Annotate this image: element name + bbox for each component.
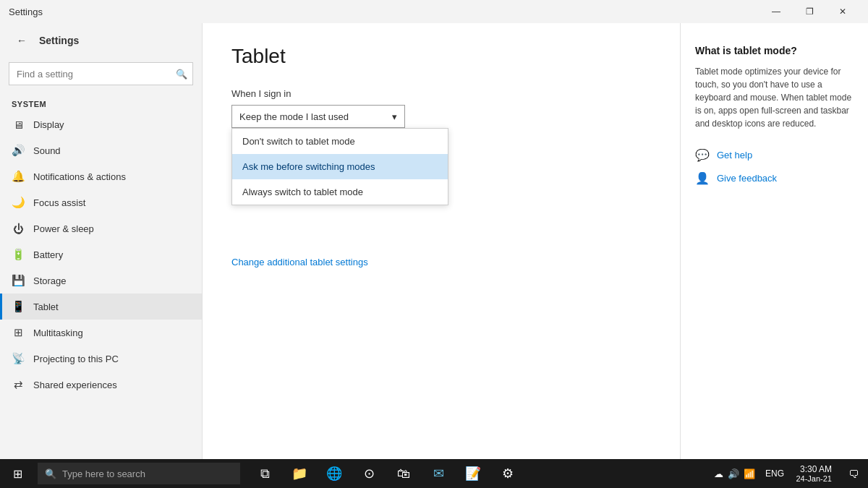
dropdown-selected[interactable]: Keep the mode I last used ▾: [231, 105, 405, 128]
app-body: ← Settings 🔍 System 🖥 Display 🔊 Sound 🔔 …: [0, 23, 868, 459]
when-sign-in-label: When I sign in: [231, 88, 651, 99]
settings-taskbar-button[interactable]: ⚙: [492, 459, 524, 488]
taskbar-search[interactable]: 🔍 Type here to search: [38, 463, 240, 484]
storage-icon: 💾: [12, 274, 25, 287]
feedback-label: Give feedback: [717, 173, 777, 184]
sidebar-item-label-multitasking: Multitasking: [33, 328, 83, 338]
titlebar-title: Settings: [9, 7, 43, 17]
sidebar-header: ← Settings: [0, 23, 202, 58]
start-button[interactable]: ⊞: [0, 459, 35, 488]
sidebar-item-label-sound: Sound: [33, 145, 61, 156]
sidebar-item-label-projecting: Projecting to this PC: [33, 354, 119, 364]
sidebar-item-shared[interactable]: ⇄ Shared experiences: [0, 372, 202, 398]
projecting-icon: 📡: [12, 352, 25, 365]
settings-title: Settings: [39, 35, 79, 46]
wifi-icon: 📶: [744, 468, 755, 479]
display-icon: 🖥: [12, 118, 25, 131]
chrome-button[interactable]: ⊙: [353, 459, 385, 488]
titlebar-controls: — ❐ ✕: [760, 0, 859, 23]
dropdown-item-always[interactable]: Always switch to tablet mode: [232, 179, 448, 205]
sidebar-section-label: System: [0, 94, 202, 111]
titlebar: Settings — ❐ ✕: [0, 0, 868, 23]
sidebar-item-label-notifications: Notifications & actions: [33, 171, 126, 182]
page-title: Tablet: [231, 45, 651, 68]
dropdown-menu: Don't switch to tablet mode Ask me befor…: [231, 128, 448, 205]
multitasking-icon: ⊞: [12, 326, 25, 339]
info-text: Tablet mode optimizes your device for to…: [695, 65, 854, 130]
edge-button[interactable]: 🌐: [318, 459, 350, 488]
language-button[interactable]: ENG: [761, 468, 788, 479]
settings-taskbar-icon: ⚙: [502, 466, 514, 481]
system-tray[interactable]: ☁ 🔊 📶: [708, 459, 761, 488]
get-help-label: Get help: [717, 150, 752, 160]
notification-button[interactable]: 🗨: [839, 459, 868, 488]
power-icon: ⏻: [12, 222, 25, 235]
dropdown-container: Keep the mode I last used ▾ Don't switch…: [231, 105, 405, 128]
right-panel: What is tablet mode? Tablet mode optimiz…: [680, 23, 868, 459]
mail-icon: ✉: [433, 466, 444, 481]
tablet-icon: 📱: [12, 300, 25, 313]
sidebar-item-label-display: Display: [33, 119, 64, 130]
store-button[interactable]: 🛍: [388, 459, 420, 488]
start-icon: ⊞: [13, 467, 22, 481]
taskbar-right: ☁ 🔊 📶 ENG 3:30 AM 24-Jan-21 🗨: [708, 459, 868, 488]
mail-button[interactable]: ✉: [422, 459, 454, 488]
clock[interactable]: 3:30 AM 24-Jan-21: [788, 459, 839, 488]
sidebar-item-focus[interactable]: 🌙 Focus assist: [0, 189, 202, 215]
sticky-button[interactable]: 📝: [457, 459, 489, 488]
sound-icon: 🔊: [12, 144, 25, 157]
feedback-link[interactable]: 👤 Give feedback: [695, 171, 854, 185]
sidebar-item-multitasking[interactable]: ⊞ Multitasking: [0, 320, 202, 346]
sidebar-item-storage[interactable]: 💾 Storage: [0, 267, 202, 294]
sidebar-item-projecting[interactable]: 📡 Projecting to this PC: [0, 346, 202, 372]
shared-icon: ⇄: [12, 378, 25, 391]
chrome-icon: ⊙: [364, 466, 375, 481]
dropdown-item-dont[interactable]: Don't switch to tablet mode: [232, 129, 448, 154]
change-settings-link[interactable]: Change additional tablet settings: [231, 257, 368, 267]
taskbar: ⊞ 🔍 Type here to search ⧉ 📁 🌐 ⊙ 🛍 ✉ 📝 ⚙ …: [0, 459, 868, 488]
get-help-icon: 💬: [695, 147, 710, 162]
task-view-icon: ⧉: [260, 466, 270, 481]
sidebar-item-label-shared: Shared experiences: [33, 380, 117, 390]
clock-date: 24-Jan-21: [796, 474, 832, 483]
search-icon[interactable]: 🔍: [173, 65, 190, 82]
dropdown-arrow-icon: ▾: [392, 111, 397, 122]
task-view-button[interactable]: ⧉: [249, 459, 281, 488]
notifications-icon: 🔔: [12, 170, 25, 183]
sidebar-item-display[interactable]: 🖥 Display: [0, 111, 202, 137]
maximize-button[interactable]: ❐: [793, 0, 826, 23]
store-icon: 🛍: [397, 466, 410, 481]
taskbar-search-icon: 🔍: [45, 468, 56, 479]
get-help-link[interactable]: 💬 Get help: [695, 147, 854, 162]
sticky-icon: 📝: [465, 466, 481, 481]
dropdown-item-always-label: Always switch to tablet mode: [242, 187, 363, 197]
file-explorer-icon: 📁: [292, 466, 307, 481]
back-button[interactable]: ←: [12, 30, 32, 51]
battery-icon: 🔋: [12, 248, 25, 261]
sidebar: ← Settings 🔍 System 🖥 Display 🔊 Sound 🔔 …: [0, 23, 203, 459]
sidebar-item-sound[interactable]: 🔊 Sound: [0, 137, 202, 163]
file-explorer-button[interactable]: 📁: [284, 459, 315, 488]
dropdown-item-ask-label: Ask me before switching modes: [242, 161, 375, 172]
volume-icon: 🔊: [728, 468, 739, 479]
search-box: 🔍: [9, 62, 193, 85]
sidebar-item-label-tablet: Tablet: [33, 301, 59, 312]
titlebar-left: Settings: [9, 7, 43, 17]
sidebar-item-battery[interactable]: 🔋 Battery: [0, 241, 202, 267]
dropdown-item-ask[interactable]: Ask me before switching modes: [232, 154, 448, 179]
sidebar-item-power[interactable]: ⏻ Power & sleep: [0, 215, 202, 241]
focus-icon: 🌙: [12, 196, 25, 209]
feedback-icon: 👤: [695, 171, 710, 185]
sidebar-item-label-power: Power & sleep: [33, 223, 94, 234]
main-content: Tablet When I sign in Keep the mode I la…: [203, 23, 680, 459]
notification-icon: 🗨: [848, 468, 859, 480]
taskbar-search-text: Type here to search: [62, 468, 145, 479]
dropdown-selected-text: Keep the mode I last used: [239, 111, 349, 122]
search-input[interactable]: [9, 62, 193, 85]
sidebar-item-tablet[interactable]: 📱 Tablet: [0, 294, 202, 320]
minimize-button[interactable]: —: [760, 0, 793, 23]
dropdown-item-dont-label: Don't switch to tablet mode: [242, 136, 355, 147]
sidebar-item-notifications[interactable]: 🔔 Notifications & actions: [0, 163, 202, 189]
close-button[interactable]: ✕: [826, 0, 859, 23]
sidebar-item-label-battery: Battery: [33, 249, 63, 260]
